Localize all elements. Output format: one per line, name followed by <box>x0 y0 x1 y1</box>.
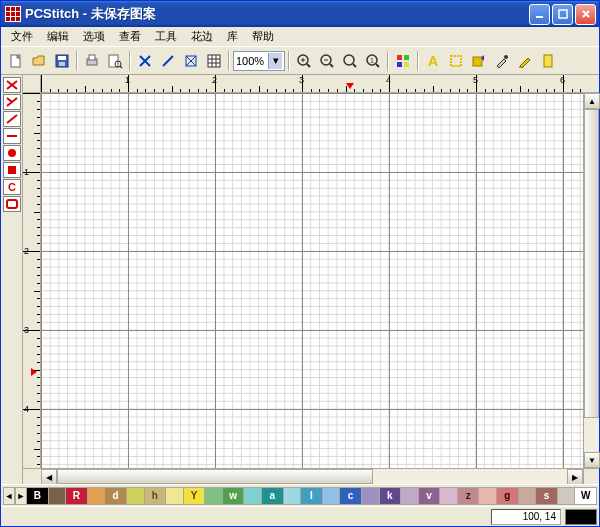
selection-button[interactable] <box>445 50 467 72</box>
open-button[interactable] <box>28 50 50 72</box>
palette-color[interactable]: h <box>145 488 167 504</box>
svg-line-10 <box>120 66 122 68</box>
eyedropper-button[interactable] <box>491 50 513 72</box>
palette-swatch[interactable] <box>205 488 223 504</box>
full-cross-tool[interactable] <box>3 77 21 93</box>
h-marker-icon[interactable] <box>346 83 354 89</box>
palette-swatch[interactable] <box>166 488 184 504</box>
palette-swatch[interactable] <box>519 488 537 504</box>
palette-color[interactable]: v <box>419 488 441 504</box>
import-button[interactable] <box>468 50 490 72</box>
palette-color[interactable]: c <box>340 488 362 504</box>
ruler-h-label: 1 <box>125 75 130 85</box>
palette-color[interactable]: z <box>458 488 480 504</box>
bead-tool[interactable] <box>3 162 21 178</box>
palette-swatch[interactable] <box>440 488 458 504</box>
palette-swatch[interactable] <box>49 488 67 504</box>
vertical-scrollbar[interactable]: ▲ ▼ <box>583 93 599 468</box>
palette-swatch[interactable] <box>284 488 302 504</box>
editor: 123456 12345 ▲ ▼ ◀ <box>23 75 599 484</box>
palette-color[interactable]: W <box>575 488 597 504</box>
backstitch-tool[interactable] <box>3 128 21 144</box>
close-button[interactable] <box>575 4 596 25</box>
ruler-vertical[interactable]: 12345 <box>23 93 41 468</box>
palette-color[interactable]: I <box>301 488 323 504</box>
print-preview-button[interactable] <box>104 50 126 72</box>
menu-tools[interactable]: 工具 <box>149 27 183 46</box>
titlebar: PCStitch - 未保存图案 <box>1 1 599 27</box>
pencil-button[interactable] <box>514 50 536 72</box>
ruler-h-label: 4 <box>386 75 391 85</box>
palette-color[interactable]: d <box>105 488 127 504</box>
color-tool[interactable]: C <box>3 179 21 195</box>
menu-file[interactable]: 文件 <box>5 27 39 46</box>
svg-rect-32 <box>397 62 402 67</box>
palette-color[interactable]: w <box>223 488 245 504</box>
menu-border[interactable]: 花边 <box>185 27 219 46</box>
palette-swatch[interactable] <box>362 488 380 504</box>
palette-color[interactable]: Y <box>184 488 206 504</box>
ruler-h-label: 2 <box>212 75 217 85</box>
palette-swatch[interactable] <box>127 488 145 504</box>
scroll-left-button[interactable]: ◀ <box>41 469 57 485</box>
zoom-actual-button[interactable]: 1 <box>362 50 384 72</box>
window-buttons <box>529 4 596 25</box>
statusbar: 100, 14 <box>1 506 599 526</box>
highlight-button[interactable] <box>537 50 559 72</box>
svg-text:1: 1 <box>370 57 374 64</box>
scroll-thumb-v[interactable] <box>584 109 599 418</box>
palette-next-button[interactable]: ► <box>15 487 27 505</box>
save-button[interactable] <box>51 50 73 72</box>
status-coords: 100, 14 <box>491 509 561 525</box>
specialty-stitch-button[interactable] <box>180 50 202 72</box>
palette-prev-button[interactable]: ◄ <box>3 487 15 505</box>
svg-rect-42 <box>8 166 16 174</box>
zoom-in-button[interactable] <box>293 50 315 72</box>
half-cross-tool[interactable] <box>3 94 21 110</box>
grid-toggle-button[interactable] <box>203 50 225 72</box>
palette-swatch[interactable] <box>479 488 497 504</box>
palette-color[interactable]: g <box>497 488 519 504</box>
palette-color[interactable]: B <box>27 488 49 504</box>
svg-point-37 <box>504 55 508 59</box>
french-knot-tool[interactable] <box>3 145 21 161</box>
window-title: PCStitch - 未保存图案 <box>25 5 529 23</box>
new-button[interactable] <box>5 50 27 72</box>
backstitch-button[interactable] <box>157 50 179 72</box>
scroll-up-button[interactable]: ▲ <box>584 93 600 109</box>
print-button[interactable] <box>81 50 103 72</box>
quarter-tool[interactable] <box>3 111 21 127</box>
palette-swatch[interactable] <box>323 488 341 504</box>
zoom-combo[interactable]: 100% ▾ <box>233 51 285 71</box>
menu-options[interactable]: 选项 <box>77 27 111 46</box>
svg-rect-13 <box>208 55 220 67</box>
palette-swatch[interactable] <box>244 488 262 504</box>
scroll-right-button[interactable]: ▶ <box>567 469 583 485</box>
svg-rect-0 <box>536 16 543 18</box>
svg-rect-36 <box>473 57 482 66</box>
minimize-button[interactable] <box>529 4 550 25</box>
scroll-thumb-h[interactable] <box>57 469 373 484</box>
palette-color[interactable]: s <box>536 488 558 504</box>
menu-view[interactable]: 查看 <box>113 27 147 46</box>
zoom-fit-button[interactable] <box>339 50 361 72</box>
menu-edit[interactable]: 编辑 <box>41 27 75 46</box>
full-stitch-button[interactable] <box>134 50 156 72</box>
maximize-button[interactable] <box>552 4 573 25</box>
scroll-down-button[interactable]: ▼ <box>584 452 600 468</box>
palette-button[interactable] <box>392 50 414 72</box>
palette-swatch[interactable] <box>558 488 576 504</box>
menu-library[interactable]: 库 <box>221 27 244 46</box>
menu-help[interactable]: 帮助 <box>246 27 280 46</box>
horizontal-scrollbar[interactable]: ◀ ▶ <box>41 468 583 484</box>
palette-swatch[interactable] <box>88 488 106 504</box>
palette-color[interactable]: a <box>262 488 284 504</box>
zoom-out-button[interactable] <box>316 50 338 72</box>
ruler-horizontal[interactable]: 123456 <box>41 75 583 93</box>
outline-tool[interactable] <box>3 196 21 212</box>
text-button[interactable]: A <box>422 50 444 72</box>
canvas[interactable] <box>41 93 583 468</box>
palette-swatch[interactable] <box>401 488 419 504</box>
palette-color[interactable]: k <box>380 488 402 504</box>
palette-color[interactable]: R <box>66 488 88 504</box>
